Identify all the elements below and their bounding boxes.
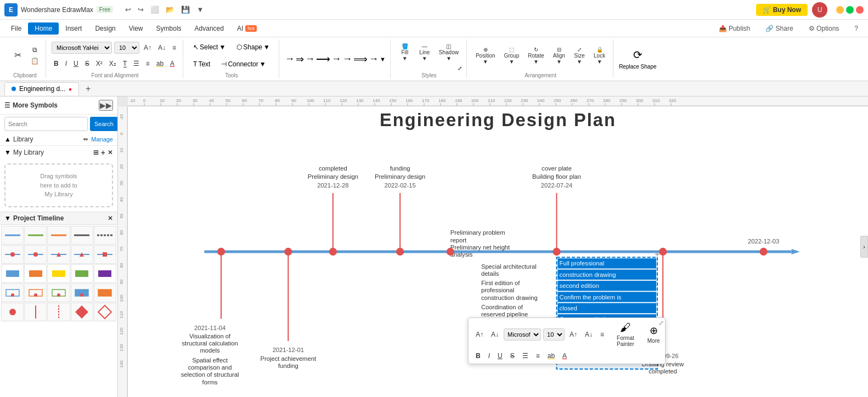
text-tool-button[interactable]: T Text (189, 59, 215, 70)
bullets-button[interactable]: ≡ (144, 59, 152, 69)
minimize-button[interactable] (836, 6, 844, 14)
float-increase-btn[interactable]: A↑ (567, 329, 580, 340)
open-button[interactable]: 📂 (162, 4, 178, 15)
my-library-grid-button[interactable]: ⊞ (93, 149, 99, 156)
tab-engineering[interactable]: Engineering d... ● (4, 82, 79, 95)
arrow-6[interactable]: → (342, 53, 352, 65)
more-button[interactable]: ⊕ (650, 325, 658, 337)
symbol-item[interactable] (1, 303, 24, 321)
manage-link[interactable]: ✏ Manage (83, 135, 113, 143)
project-timeline-header[interactable]: ▼ Project Timeline ✕ (0, 212, 117, 225)
arrow-1[interactable]: → (285, 53, 295, 65)
menu-ai[interactable]: AI hot (230, 22, 263, 35)
clear-format-button[interactable]: T̲ (121, 59, 129, 69)
help-button[interactable]: ? (849, 22, 864, 35)
symbol-item[interactable] (47, 303, 70, 321)
connector-tool-button[interactable]: ⊣ Connector ▼ (217, 59, 270, 70)
share-button[interactable]: 🔗 Share (760, 22, 798, 35)
search-button[interactable]: Search (90, 117, 118, 131)
float-font-size-up[interactable]: A↑ (473, 329, 486, 340)
strikethrough-button[interactable]: S (83, 59, 92, 69)
styles-expand-button[interactable]: ⤢ (458, 65, 462, 71)
menu-file[interactable]: File (4, 22, 28, 35)
float-align-btn[interactable]: ≡ (598, 329, 607, 340)
paste-button[interactable]: 📋 (29, 56, 41, 66)
select-tool-button[interactable]: ↖ Select ▼ (189, 42, 230, 53)
lock-button[interactable]: 🔒 Lock ▼ (590, 44, 608, 67)
arrow-7[interactable]: ⟹ (353, 53, 368, 65)
underline-button[interactable]: U (71, 59, 81, 69)
size-button[interactable]: ⤢ Size ▼ (571, 44, 588, 67)
symbol-item[interactable] (1, 245, 24, 264)
list-button[interactable]: ☰ (131, 59, 142, 69)
options-button[interactable]: ⚙ Options (803, 22, 845, 35)
symbol-item[interactable] (24, 303, 47, 321)
symbol-item[interactable] (24, 245, 47, 264)
menu-insert[interactable]: Insert (59, 22, 88, 35)
line-button[interactable]: — Line ▼ (416, 41, 433, 64)
group-button[interactable]: ⬚ Group ▼ (501, 44, 523, 67)
float-strikethrough-button[interactable]: S (508, 350, 517, 361)
arrow-more-button[interactable]: ▼ (380, 56, 386, 63)
arrow-8[interactable]: → (369, 53, 379, 65)
symbol-item[interactable] (1, 226, 24, 245)
float-font-size-down[interactable]: A↓ (488, 329, 501, 340)
float-underline-button[interactable]: U (495, 350, 505, 361)
search-input[interactable] (4, 117, 88, 131)
publish-button[interactable]: 📤 Publish (713, 22, 756, 35)
symbol-item[interactable] (71, 303, 93, 321)
float-bullets-button[interactable]: ≡ (533, 350, 543, 361)
arrow-4[interactable]: ⟶ (316, 53, 330, 65)
new-button[interactable]: ⬜ (147, 4, 162, 15)
rotate-button[interactable]: ↻ Rotate ▼ (525, 44, 547, 67)
diagram-paper[interactable]: Engineering Design Plan 2021-11-04 Visua… (128, 106, 868, 397)
symbol-item[interactable] (71, 226, 93, 245)
section-close-button[interactable]: ✕ (108, 214, 113, 222)
replace-shape-label[interactable]: Replace Shape (619, 64, 656, 70)
symbol-item[interactable] (47, 226, 70, 245)
symbol-item[interactable] (94, 264, 116, 283)
italic-button[interactable]: I (63, 59, 69, 69)
float-list-button[interactable]: ☰ (520, 350, 531, 361)
position-button[interactable]: ⊕ Position ▼ (472, 44, 499, 67)
format-painter-button[interactable]: 🖌 (620, 321, 631, 334)
copy-button[interactable]: ⧉ (29, 45, 41, 55)
undo-button[interactable]: ↩ (122, 4, 134, 15)
font-decrease-button[interactable]: A↓ (156, 43, 168, 53)
menu-view[interactable]: View (122, 22, 150, 35)
right-collapse-button[interactable]: › (860, 236, 868, 258)
symbol-item[interactable] (1, 283, 24, 302)
float-expand-button[interactable]: ⤢ (658, 319, 664, 327)
superscript-button[interactable]: X² (94, 59, 105, 69)
fill-button[interactable]: 🪣 Fill ▼ (396, 41, 414, 64)
more-actions-button[interactable]: ▼ (193, 4, 207, 15)
float-font-size[interactable]: 10 (543, 328, 565, 341)
tab-add-button[interactable]: + (81, 84, 95, 94)
symbol-item[interactable] (71, 245, 93, 264)
tab-close-button[interactable]: ● (69, 86, 72, 92)
subscript-button[interactable]: X₂ (107, 59, 119, 69)
symbol-item[interactable] (94, 303, 116, 321)
symbol-item[interactable] (24, 283, 47, 302)
float-text-color-button[interactable]: A (560, 350, 570, 361)
float-font-family[interactable]: Microsof (504, 328, 541, 341)
buy-now-button[interactable]: 🛒 🛒 Buy Now Buy Now (756, 4, 808, 16)
font-family-select[interactable]: Microsoft YaHei (52, 42, 112, 54)
font-increase-button[interactable]: A↑ (142, 43, 154, 53)
symbol-item[interactable] (94, 245, 116, 264)
arrow-3[interactable]: → (305, 53, 315, 65)
close-button[interactable] (856, 6, 864, 14)
symbol-item[interactable] (24, 264, 47, 283)
symbol-item[interactable] (47, 283, 70, 302)
symbol-item[interactable] (24, 226, 47, 245)
align-ribbon-button[interactable]: ⊟ Align ▼ (550, 44, 568, 67)
menu-design[interactable]: Design (88, 22, 122, 35)
user-avatar[interactable]: U (812, 2, 827, 18)
float-highlight-button[interactable]: ab (545, 350, 557, 361)
maximize-button[interactable] (846, 6, 854, 14)
menu-home[interactable]: Home (28, 22, 59, 35)
font-size-select[interactable]: 10 (114, 42, 139, 54)
panel-toggle-button[interactable]: ▶▶ (99, 100, 113, 111)
redo-button[interactable]: ↪ (134, 4, 147, 15)
text-color-button[interactable]: A (168, 59, 177, 69)
